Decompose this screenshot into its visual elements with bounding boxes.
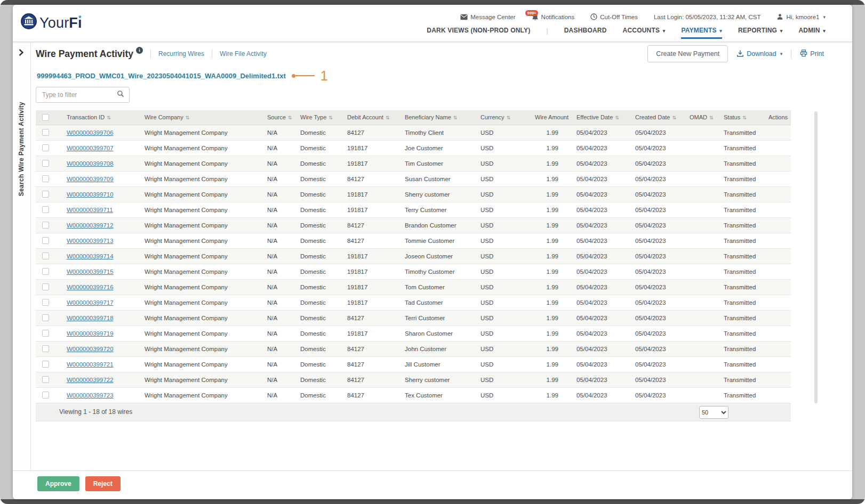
- page-size-select[interactable]: 50: [699, 406, 728, 419]
- row-checkbox[interactable]: [42, 361, 49, 368]
- cell-checkbox: [36, 125, 59, 140]
- transaction-link[interactable]: W000000399710: [67, 191, 114, 198]
- row-checkbox[interactable]: [42, 253, 49, 259]
- row-checkbox[interactable]: [42, 392, 49, 399]
- cell-effective-date: 05/04/2023: [569, 156, 628, 171]
- row-checkbox[interactable]: [42, 299, 49, 306]
- wire-file-link[interactable]: 999994463_PROD_WMC01_Wire_20230504041015…: [37, 72, 286, 80]
- select-all-checkbox[interactable]: [42, 114, 49, 121]
- transaction-link[interactable]: W000000399722: [67, 377, 114, 383]
- transaction-link[interactable]: W000000399723: [67, 392, 114, 399]
- cell-checkbox: [36, 171, 59, 186]
- cell-checkbox: [36, 264, 59, 279]
- row-checkbox[interactable]: [42, 144, 49, 151]
- cell-effective-date: 05/04/2023: [569, 125, 628, 140]
- row-checkbox[interactable]: [42, 206, 49, 213]
- nav-reporting[interactable]: REPORTING ▾: [738, 27, 782, 39]
- user-menu[interactable]: Hi, kmoore1 ▾: [776, 13, 826, 20]
- transaction-link[interactable]: W000000399707: [67, 145, 114, 151]
- transaction-link[interactable]: W000000399719: [67, 330, 114, 337]
- cell-source: N/A: [260, 140, 293, 156]
- transaction-link[interactable]: W000000399712: [67, 222, 114, 229]
- cell-status: Transmitted: [716, 248, 761, 264]
- app-header: Your Fı Message Center 999+: [13, 5, 852, 42]
- cell-status: Transmitted: [716, 372, 761, 387]
- row-checkbox[interactable]: [42, 175, 49, 182]
- transaction-link[interactable]: W000000399714: [67, 253, 114, 259]
- create-new-payment-button[interactable]: Create New Payment: [647, 45, 728, 62]
- col-effective_date[interactable]: Effective Date⇅: [569, 110, 628, 125]
- cell-omad: [682, 372, 716, 387]
- col-beneficiary[interactable]: Beneficiary Name⇅: [397, 110, 473, 125]
- transaction-link[interactable]: W000000399713: [67, 238, 114, 244]
- tab-recurring-wires[interactable]: Recurring Wires: [150, 49, 212, 59]
- cell-effective-date: 05/04/2023: [569, 356, 628, 372]
- row-checkbox[interactable]: [42, 345, 49, 352]
- nav-accounts[interactable]: ACCOUNTS ▾: [623, 27, 666, 39]
- info-icon[interactable]: i: [136, 47, 143, 54]
- sort-icon: ⇅: [288, 115, 292, 120]
- row-checkbox[interactable]: [42, 314, 49, 321]
- row-checkbox[interactable]: [42, 330, 49, 337]
- col-status[interactable]: Status⇅: [716, 110, 761, 125]
- transaction-link[interactable]: W000000399718: [67, 315, 114, 321]
- col-source[interactable]: Source⇅: [260, 110, 293, 125]
- download-button[interactable]: Download ▾: [736, 50, 782, 59]
- cell-created-date: 05/04/2023: [628, 125, 682, 140]
- cell-currency: USD: [473, 217, 527, 233]
- transaction-link[interactable]: W000000399721: [67, 361, 114, 368]
- caret-down-icon: ▾: [719, 28, 722, 34]
- nav-admin[interactable]: ADMIN ▾: [798, 27, 826, 39]
- row-checkbox[interactable]: [42, 129, 49, 136]
- transaction-link[interactable]: W000000399709: [67, 176, 114, 182]
- cutoff-times-link[interactable]: Cut-Off Times: [590, 13, 638, 20]
- transaction-link[interactable]: W000000399715: [67, 269, 114, 275]
- notifications-link[interactable]: 999+ Notifications: [532, 13, 575, 21]
- cell-beneficiary: Timothy Customer: [397, 264, 473, 279]
- row-checkbox[interactable]: [42, 191, 49, 198]
- col-currency[interactable]: Currency⇅: [473, 110, 527, 125]
- transaction-link[interactable]: W000000399706: [67, 129, 114, 136]
- row-checkbox[interactable]: [42, 237, 49, 244]
- transaction-link[interactable]: W000000399711: [67, 207, 113, 213]
- col-wire_type[interactable]: Wire Type⇅: [293, 110, 340, 125]
- filter-input[interactable]: [41, 91, 117, 99]
- row-checkbox[interactable]: [42, 222, 49, 229]
- reject-button[interactable]: Reject: [85, 476, 121, 491]
- col-created_date[interactable]: Created Date⇅: [628, 110, 682, 125]
- nav-dark-views[interactable]: DARK VIEWS (NON-PROD ONLY): [427, 27, 530, 39]
- cell-amount: 1.99: [527, 279, 569, 295]
- cell-actions: [761, 387, 791, 403]
- col-company[interactable]: Wire Company⇅: [137, 110, 260, 125]
- transaction-link[interactable]: W000000399720: [67, 346, 114, 352]
- row-checkbox[interactable]: [42, 160, 49, 167]
- chevron-right-icon[interactable]: [19, 48, 23, 58]
- row-checkbox[interactable]: [42, 376, 49, 383]
- transaction-link[interactable]: W000000399717: [67, 299, 114, 306]
- print-button[interactable]: Print: [800, 50, 824, 59]
- cell-omad: [682, 387, 716, 403]
- cell-effective-date: 05/04/2023: [569, 341, 628, 356]
- cell-effective-date: 05/04/2023: [569, 372, 628, 387]
- col-amount[interactable]: Wire Amount⇅: [527, 110, 569, 125]
- cell-wire-type: Domestic: [293, 156, 340, 171]
- cell-checkbox: [36, 202, 59, 217]
- nav-dashboard[interactable]: DASHBOARD: [564, 27, 607, 39]
- transaction-link[interactable]: W000000399716: [67, 284, 114, 290]
- tab-wire-file-activity[interactable]: Wire File Activity: [212, 49, 274, 59]
- table-row: W000000399719Wright Management CompanyN/…: [36, 326, 791, 341]
- table-scrollbar[interactable]: [814, 111, 818, 403]
- row-checkbox[interactable]: [42, 268, 49, 275]
- cell-omad: [682, 156, 716, 171]
- col-id[interactable]: Transaction ID⇅: [59, 110, 137, 125]
- cell-actions: [761, 217, 791, 233]
- cell-source: N/A: [260, 125, 293, 140]
- message-center-link[interactable]: Message Center: [460, 14, 515, 20]
- col-debit_account[interactable]: Debit Account⇅: [340, 110, 397, 125]
- nav-payments[interactable]: PAYMENTS ▾: [681, 27, 722, 39]
- transaction-link[interactable]: W000000399708: [67, 160, 114, 167]
- row-checkbox[interactable]: [42, 283, 49, 290]
- envelope-icon: [460, 14, 468, 20]
- approve-button[interactable]: Approve: [37, 476, 79, 491]
- col-omad[interactable]: OMAD⇅: [682, 110, 716, 125]
